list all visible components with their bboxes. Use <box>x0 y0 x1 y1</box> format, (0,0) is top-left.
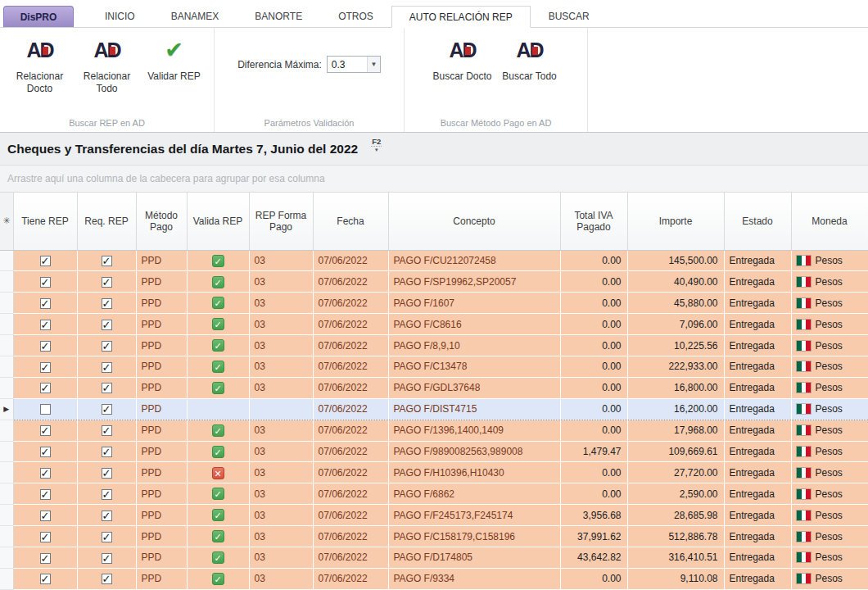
table-row[interactable]: PPD0307/06/2022PAGO F/CU2120724580.00145… <box>0 250 868 271</box>
metodo-pago-cell: PPD <box>136 293 187 314</box>
tab-buscar[interactable]: BUSCAR <box>531 5 608 27</box>
mexico-flag-icon <box>797 277 811 287</box>
req-rep-checkbox[interactable] <box>102 298 112 309</box>
tiene-rep-checkbox[interactable] <box>40 320 51 330</box>
table-row[interactable]: PPD0307/06/2022PAGO F/H10396,H104300.002… <box>0 462 868 483</box>
relacionar-todo-button[interactable]: AD Relacionar Todo <box>74 34 141 95</box>
req-rep-checkbox[interactable] <box>102 320 112 330</box>
req-rep-checkbox[interactable] <box>102 511 112 521</box>
column-header-estado[interactable]: Estado <box>724 193 791 250</box>
concepto-cell: PAGO F/SP19962,SP20057 <box>388 271 560 293</box>
mexico-flag-icon <box>797 552 811 562</box>
req-rep-checkbox[interactable] <box>102 362 112 373</box>
group-buscar-metodo-pago-en-ad: AD Buscar Docto AD Buscar Todo Buscar Mé… <box>405 28 588 132</box>
table-row[interactable]: PPD0307/06/2022PAGO F/D17480543,642.8231… <box>0 547 868 568</box>
column-header-req-rep[interactable]: Req. REP <box>77 193 136 250</box>
tiene-rep-checkbox[interactable] <box>40 532 51 542</box>
table-row[interactable]: PPD0307/06/2022PAGO F/16070.0045,880.00E… <box>0 293 868 314</box>
column-header-valida-rep[interactable]: Valida REP <box>187 193 249 250</box>
req-rep-checkbox[interactable] <box>102 532 112 542</box>
req-rep-checkbox[interactable] <box>102 425 112 436</box>
diferencia-maxima-combobox[interactable]: 0.3 ▼ <box>327 56 381 73</box>
estado-cell: Entregada <box>724 420 791 441</box>
req-rep-checkbox[interactable] <box>102 383 112 393</box>
importe-cell: 9,110.08 <box>627 568 724 589</box>
importe-cell: 40,490.00 <box>627 271 724 293</box>
estado-cell: Entregada <box>724 462 791 483</box>
total-iva-pagado-cell: 0.00 <box>560 568 627 589</box>
column-header-tiene-rep[interactable]: Tiene REP <box>13 193 77 250</box>
tiene-rep-checkbox[interactable] <box>40 404 51 415</box>
column-header-rep-forma-pago[interactable]: REP Forma Pago <box>249 193 313 250</box>
req-rep-checkbox[interactable] <box>102 404 112 415</box>
tiene-rep-checkbox[interactable] <box>40 298 51 309</box>
req-rep-checkbox[interactable] <box>102 489 112 500</box>
tab-banorte[interactable]: BANORTE <box>237 5 320 27</box>
fecha-cell: 07/06/2022 <box>313 250 388 271</box>
app-menu-button[interactable]: DisPRO <box>3 6 74 27</box>
table-row[interactable]: PPD0307/06/2022PAGO F/C158179,C15819637,… <box>0 526 868 547</box>
tiene-rep-checkbox[interactable] <box>40 489 51 500</box>
tiene-rep-cell <box>13 356 77 377</box>
tiene-rep-checkbox[interactable] <box>40 256 51 266</box>
table-row[interactable]: PPD0307/06/2022PAGO F/68620.002,590.00En… <box>0 483 868 505</box>
tiene-rep-checkbox[interactable] <box>40 362 51 373</box>
req-rep-checkbox[interactable] <box>102 553 112 564</box>
tiene-rep-checkbox[interactable] <box>40 383 51 393</box>
table-row[interactable]: PPD0307/06/2022PAGO F/93340.009,110.08En… <box>0 568 868 589</box>
tiene-rep-checkbox[interactable] <box>40 574 51 584</box>
tiene-rep-cell <box>13 441 77 462</box>
req-rep-checkbox[interactable] <box>102 256 112 266</box>
row-indicator <box>0 271 13 293</box>
total-iva-pagado-cell: 37,991.62 <box>560 526 627 547</box>
tiene-rep-checkbox[interactable] <box>40 447 51 457</box>
table-row[interactable]: PPD0307/06/2022PAGO F/F245173,F2451743,9… <box>0 505 868 526</box>
relacionar-docto-button[interactable]: AD Relacionar Docto <box>7 34 74 95</box>
table-row[interactable]: PPD0307/06/2022PAGO F/C86160.007,096.00E… <box>0 314 868 335</box>
group-by-panel[interactable]: Arrastre aquí una columna de la cabecera… <box>0 166 868 193</box>
row-indicator <box>0 377 13 398</box>
column-header-importe[interactable]: Importe <box>627 193 724 250</box>
concepto-cell: PAGO F/D174805 <box>388 547 560 568</box>
column-header-concepto[interactable]: Concepto <box>388 193 560 250</box>
column-header-metodo-pago[interactable]: Método Pago <box>136 193 187 250</box>
buscar-docto-button[interactable]: AD Buscar Docto <box>429 34 496 83</box>
column-header-fecha[interactable]: Fecha <box>313 193 388 250</box>
tiene-rep-checkbox[interactable] <box>40 553 51 564</box>
table-row[interactable]: PPD0307/06/2022PAGO F/SP19962,SP200570.0… <box>0 271 868 293</box>
tiene-rep-checkbox[interactable] <box>40 277 51 288</box>
table-row[interactable]: PPD0307/06/2022PAGO F/C134780.00222,933.… <box>0 356 868 377</box>
table-row[interactable]: PPD0307/06/2022PAGO F/GDL376480.0016,800… <box>0 377 868 398</box>
tab-otros[interactable]: OTROS <box>320 5 391 27</box>
tab-inicio[interactable]: INICIO <box>87 5 153 27</box>
tiene-rep-checkbox[interactable] <box>40 511 51 521</box>
tiene-rep-checkbox[interactable] <box>40 341 51 352</box>
req-rep-checkbox[interactable] <box>102 447 112 457</box>
chevron-down-icon: ▾ <box>375 147 378 152</box>
total-iva-pagado-cell: 0.00 <box>560 483 627 505</box>
table-row[interactable]: PPD0307/06/2022PAGO F/8,9,100.0010,225.5… <box>0 335 868 356</box>
mexico-flag-icon <box>797 320 811 329</box>
req-rep-checkbox[interactable] <box>102 468 112 479</box>
table-row[interactable]: PPD0307/06/2022PAGO F/9890082563,9890081… <box>0 441 868 462</box>
validar-rep-button[interactable]: ✔ Validar REP <box>141 34 208 95</box>
concepto-cell: PAGO F/9334 <box>388 568 560 589</box>
group-caption: Buscar Método Pago en AD <box>405 118 587 128</box>
valida-rep-cell <box>187 356 249 377</box>
tiene-rep-checkbox[interactable] <box>40 425 51 436</box>
req-rep-checkbox[interactable] <box>102 277 112 288</box>
dropdown-arrow-icon[interactable]: ▼ <box>367 57 380 72</box>
req-rep-checkbox[interactable] <box>102 341 112 352</box>
tab-auto-relacion-rep[interactable]: AUTO RELACIÓN REP <box>391 6 531 28</box>
table-row[interactable]: PPD0307/06/2022PAGO F/1396,1400,14090.00… <box>0 420 868 441</box>
table-row[interactable]: ▶PPD07/06/2022PAGO F/DIST47150.0016,200.… <box>0 398 868 420</box>
column-header-moneda[interactable]: Moneda <box>791 193 868 250</box>
req-rep-checkbox[interactable] <box>102 574 112 584</box>
column-header-total-iva-pagado[interactable]: Total IVA Pagado <box>560 193 627 250</box>
metodo-pago-cell: PPD <box>136 568 187 589</box>
f2-shortcut-badge[interactable]: F2 ▾ <box>371 137 382 152</box>
buscar-todo-button[interactable]: AD Buscar Todo <box>496 34 563 83</box>
estado-cell: Entregada <box>724 356 791 377</box>
tiene-rep-checkbox[interactable] <box>40 468 51 479</box>
tab-banamex[interactable]: BANAMEX <box>153 5 237 27</box>
